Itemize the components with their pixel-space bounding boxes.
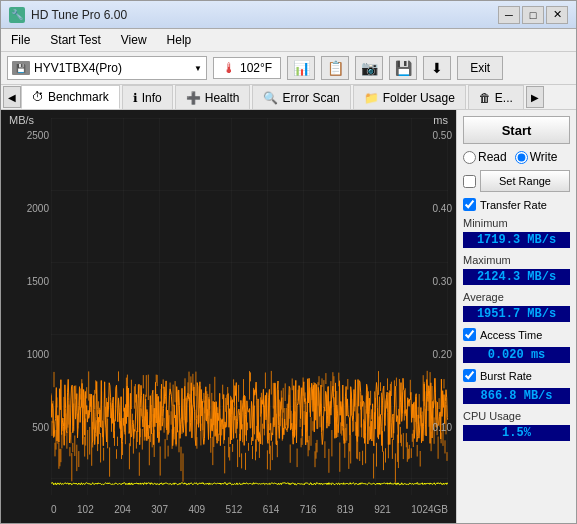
temperature-display: 🌡 102°F bbox=[213, 57, 281, 79]
cpu-usage-label: CPU Usage bbox=[463, 410, 570, 422]
tab-info-label: Info bbox=[142, 91, 162, 105]
app-window: 🔧 HD Tune Pro 6.00 ─ □ ✕ File Start Test… bbox=[0, 0, 577, 524]
y-left-500: 500 bbox=[5, 422, 49, 433]
x-labels: 0 102 204 307 409 512 614 716 819 921 10… bbox=[51, 504, 448, 515]
maximum-value: 2124.3 MB/s bbox=[463, 269, 570, 285]
info-icon: ℹ bbox=[133, 91, 138, 105]
burst-rate-label: Burst Rate bbox=[480, 370, 532, 382]
transfer-rate-checkbox-row[interactable]: Transfer Rate bbox=[463, 198, 570, 211]
read-radio[interactable] bbox=[463, 151, 476, 164]
minimum-value: 1719.3 MB/s bbox=[463, 232, 570, 248]
y-right-050: 0.50 bbox=[433, 130, 452, 141]
cpu-usage-value: 1.5% bbox=[463, 425, 570, 441]
tab-nav-right[interactable]: ▶ bbox=[526, 86, 544, 108]
set-range-button[interactable]: Set Range bbox=[480, 170, 570, 192]
y-left-1000: 1000 bbox=[5, 349, 49, 360]
write-radio[interactable] bbox=[515, 151, 528, 164]
tab-folder-usage-label: Folder Usage bbox=[383, 91, 455, 105]
benchmark-chart bbox=[51, 118, 448, 495]
tab-extra-label: E... bbox=[495, 91, 513, 105]
maximize-button[interactable]: □ bbox=[522, 6, 544, 24]
tab-benchmark[interactable]: ⏱ Benchmark bbox=[21, 85, 120, 109]
menu-help[interactable]: Help bbox=[161, 31, 198, 49]
y-right-040: 0.40 bbox=[433, 203, 452, 214]
tab-error-scan[interactable]: 🔍 Error Scan bbox=[252, 85, 350, 109]
toolbar-btn-4[interactable]: 💾 bbox=[389, 56, 417, 80]
exit-button[interactable]: Exit bbox=[457, 56, 503, 80]
folder-icon: 📁 bbox=[364, 91, 379, 105]
app-title: HD Tune Pro 6.00 bbox=[31, 8, 127, 22]
drive-name: HYV1TBX4(Pro) bbox=[34, 61, 122, 75]
read-radio-label[interactable]: Read bbox=[463, 150, 507, 164]
y-left-1500: 1500 bbox=[5, 276, 49, 287]
benchmark-icon: ⏱ bbox=[32, 90, 44, 104]
toolbar: 💾 HYV1TBX4(Pro) ▼ 🌡 102°F 📊 📋 📷 💾 ⬇ Exit bbox=[1, 52, 576, 85]
drive-icon: 💾 bbox=[12, 61, 30, 75]
y-labels-left: 2500 2000 1500 1000 500 bbox=[5, 130, 49, 495]
burst-rate-checkbox[interactable] bbox=[463, 369, 476, 382]
average-label: Average bbox=[463, 291, 570, 303]
start-button[interactable]: Start bbox=[463, 116, 570, 144]
title-bar: 🔧 HD Tune Pro 6.00 ─ □ ✕ bbox=[1, 1, 576, 29]
tab-health[interactable]: ➕ Health bbox=[175, 85, 251, 109]
minimum-section: Minimum 1719.3 MB/s bbox=[463, 217, 570, 248]
x-0: 0 bbox=[51, 504, 57, 515]
app-icon: 🔧 bbox=[9, 7, 25, 23]
thermometer-icon: 🌡 bbox=[222, 60, 236, 76]
transfer-rate-label: Transfer Rate bbox=[480, 199, 547, 211]
y-axis-label-left: MB/s bbox=[9, 114, 34, 126]
access-time-value: 0.020 ms bbox=[463, 347, 570, 363]
toolbar-btn-2[interactable]: 📋 bbox=[321, 56, 349, 80]
tab-health-label: Health bbox=[205, 91, 240, 105]
write-label: Write bbox=[530, 150, 558, 164]
menu-view[interactable]: View bbox=[115, 31, 153, 49]
set-range-checkbox[interactable] bbox=[463, 175, 476, 188]
close-button[interactable]: ✕ bbox=[546, 6, 568, 24]
y-labels-right: 0.50 0.40 0.30 0.20 0.10 bbox=[433, 130, 452, 495]
x-307: 307 bbox=[151, 504, 168, 515]
tab-info[interactable]: ℹ Info bbox=[122, 85, 173, 109]
toolbar-btn-3[interactable]: 📷 bbox=[355, 56, 383, 80]
write-radio-label[interactable]: Write bbox=[515, 150, 558, 164]
side-panel: Start Read Write Set Range Transfer Rate bbox=[456, 110, 576, 523]
cpu-usage-section: CPU Usage 1.5% bbox=[463, 410, 570, 441]
minimize-button[interactable]: ─ bbox=[498, 6, 520, 24]
x-819: 819 bbox=[337, 504, 354, 515]
transfer-rate-checkbox[interactable] bbox=[463, 198, 476, 211]
average-section: Average 1951.7 MB/s bbox=[463, 291, 570, 322]
x-614: 614 bbox=[263, 504, 280, 515]
menu-start-test[interactable]: Start Test bbox=[44, 31, 106, 49]
x-1024: 1024GB bbox=[411, 504, 448, 515]
access-time-checkbox-row[interactable]: Access Time bbox=[463, 328, 570, 341]
y-left-2000: 2000 bbox=[5, 203, 49, 214]
drive-select[interactable]: 💾 HYV1TBX4(Pro) ▼ bbox=[7, 56, 207, 80]
error-scan-icon: 🔍 bbox=[263, 91, 278, 105]
health-icon: ➕ bbox=[186, 91, 201, 105]
y-right-030: 0.30 bbox=[433, 276, 452, 287]
tab-nav-left[interactable]: ◀ bbox=[3, 86, 21, 108]
y-right-010: 0.10 bbox=[433, 422, 452, 433]
menu-bar: File Start Test View Help bbox=[1, 29, 576, 52]
maximum-section: Maximum 2124.3 MB/s bbox=[463, 254, 570, 285]
temperature-value: 102°F bbox=[240, 61, 272, 75]
toolbar-btn-5[interactable]: ⬇ bbox=[423, 56, 451, 80]
main-content: MB/s ms 2500 2000 1500 1000 500 0.50 0.4… bbox=[1, 110, 576, 523]
tab-bar: ◀ ⏱ Benchmark ℹ Info ➕ Health 🔍 Error Sc… bbox=[1, 85, 576, 110]
extra-icon: 🗑 bbox=[479, 91, 491, 105]
x-102: 102 bbox=[77, 504, 94, 515]
tab-folder-usage[interactable]: 📁 Folder Usage bbox=[353, 85, 466, 109]
title-bar-left: 🔧 HD Tune Pro 6.00 bbox=[9, 7, 127, 23]
menu-file[interactable]: File bbox=[5, 31, 36, 49]
burst-rate-checkbox-row[interactable]: Burst Rate bbox=[463, 369, 570, 382]
access-time-label: Access Time bbox=[480, 329, 542, 341]
toolbar-btn-1[interactable]: 📊 bbox=[287, 56, 315, 80]
access-time-checkbox[interactable] bbox=[463, 328, 476, 341]
burst-rate-value: 866.8 MB/s bbox=[463, 388, 570, 404]
x-921: 921 bbox=[374, 504, 391, 515]
average-value: 1951.7 MB/s bbox=[463, 306, 570, 322]
read-write-radio-group: Read Write bbox=[463, 150, 570, 164]
burst-rate-section: 866.8 MB/s bbox=[463, 388, 570, 404]
tab-extra[interactable]: 🗑 E... bbox=[468, 85, 524, 109]
x-409: 409 bbox=[188, 504, 205, 515]
x-204: 204 bbox=[114, 504, 131, 515]
